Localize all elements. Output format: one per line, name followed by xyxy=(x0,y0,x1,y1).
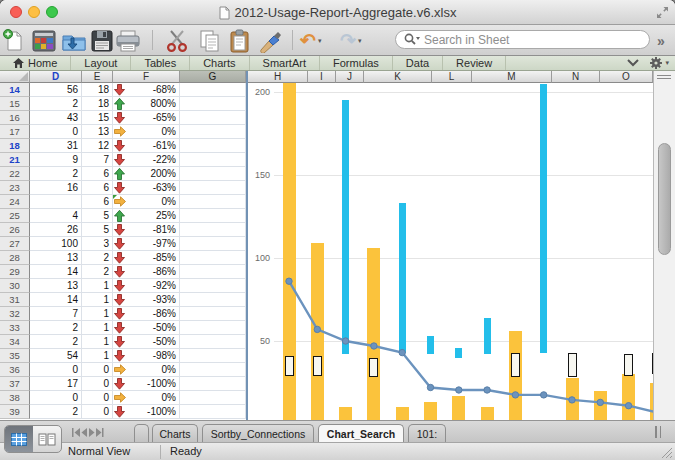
cell-g[interactable] xyxy=(180,265,246,279)
cell-d[interactable]: 54 xyxy=(30,349,82,363)
column-header-H[interactable]: H xyxy=(248,71,308,83)
column-header-D[interactable]: D xyxy=(30,71,82,83)
cell-f-percent[interactable]: -85% xyxy=(113,251,180,265)
cell-g[interactable] xyxy=(180,391,246,405)
cell-g[interactable] xyxy=(180,139,246,153)
cell-d[interactable]: 0 xyxy=(30,125,82,139)
cell-e[interactable]: 2 xyxy=(82,265,113,279)
cell-e[interactable]: 6 xyxy=(82,167,113,181)
ribbon-tab-review[interactable]: Review xyxy=(443,56,506,70)
cell-f-percent[interactable]: 800% xyxy=(113,97,180,111)
toolbar-overflow-icon[interactable]: » xyxy=(657,33,665,49)
row-header-16[interactable]: 16 xyxy=(0,111,30,125)
cell-g[interactable] xyxy=(180,223,246,237)
column-header-M[interactable]: M xyxy=(472,71,552,83)
normal-view-button[interactable] xyxy=(5,426,33,452)
cell-e[interactable]: 5 xyxy=(82,209,113,223)
cell-e[interactable]: 5 xyxy=(82,223,113,237)
vertical-split-handle-icon[interactable] xyxy=(657,75,671,79)
cell-f-percent[interactable]: -22% xyxy=(113,153,180,167)
cell-e[interactable]: 0 xyxy=(82,363,113,377)
cell-e[interactable]: 0 xyxy=(82,405,113,419)
cell-f-percent[interactable]: -97% xyxy=(113,237,180,251)
cell-d[interactable]: 7 xyxy=(30,307,82,321)
cell-f-percent[interactable]: 25% xyxy=(113,209,180,223)
page-layout-view-button[interactable] xyxy=(33,426,61,452)
ribbon-tab-layout[interactable]: Layout xyxy=(71,56,131,70)
undo-icon[interactable]: ↶▾ xyxy=(300,28,321,53)
cell-f-percent[interactable]: -50% xyxy=(113,335,180,349)
cell-g[interactable] xyxy=(180,125,246,139)
select-all-corner[interactable] xyxy=(0,71,30,83)
cell-f-percent[interactable]: -86% xyxy=(113,307,180,321)
row-header-31[interactable]: 31 xyxy=(0,293,30,307)
cell-g[interactable] xyxy=(180,363,246,377)
row-header-28[interactable]: 28 xyxy=(0,251,30,265)
row-header-35[interactable]: 35 xyxy=(0,349,30,363)
row-header-24[interactable]: 24 xyxy=(0,195,30,209)
cell-e[interactable]: 12 xyxy=(82,139,113,153)
cell-e[interactable]: 3 xyxy=(82,237,113,251)
cell-d[interactable]: 43 xyxy=(30,111,82,125)
cell-g[interactable] xyxy=(180,195,246,209)
row-header-33[interactable]: 33 xyxy=(0,321,30,335)
cell-d[interactable]: 2 xyxy=(30,321,82,335)
paste-icon[interactable] xyxy=(229,28,251,53)
row-header-23[interactable]: 23 xyxy=(0,181,30,195)
ribbon-collapse-icon[interactable] xyxy=(627,59,639,67)
embedded-chart[interactable]: 50100150200 xyxy=(248,83,653,420)
row-header-18[interactable]: 18 xyxy=(0,139,30,153)
cell-d[interactable]: 31 xyxy=(30,139,82,153)
column-header-F[interactable]: F xyxy=(113,71,180,83)
cell-e[interactable]: 1 xyxy=(82,335,113,349)
cell-e[interactable]: 7 xyxy=(82,153,113,167)
cell-e[interactable]: 18 xyxy=(82,83,113,97)
cell-g[interactable] xyxy=(180,377,246,391)
row-header-32[interactable]: 32 xyxy=(0,307,30,321)
cut-icon[interactable] xyxy=(166,28,188,53)
cell-d[interactable]: 2 xyxy=(30,167,82,181)
cell-g[interactable] xyxy=(180,97,246,111)
cell-g[interactable] xyxy=(180,153,246,167)
open-icon[interactable] xyxy=(62,28,86,53)
cell-g[interactable] xyxy=(180,83,246,97)
ribbon-settings-gear-icon[interactable]: ▾ xyxy=(649,56,669,70)
column-header-O[interactable]: O xyxy=(600,71,653,83)
row-header-37[interactable]: 37 xyxy=(0,377,30,391)
cell-e[interactable]: 15 xyxy=(82,111,113,125)
cell-d[interactable]: 9 xyxy=(30,153,82,167)
cell-g[interactable] xyxy=(180,405,246,419)
cell-g[interactable] xyxy=(180,251,246,265)
ribbon-tab-data[interactable]: Data xyxy=(393,56,443,70)
cell-g[interactable] xyxy=(180,181,246,195)
cell-f-percent[interactable]: -93% xyxy=(113,293,180,307)
cell-g[interactable] xyxy=(180,293,246,307)
cell-f-percent[interactable]: -86% xyxy=(113,265,180,279)
cell-d[interactable]: 16 xyxy=(30,181,82,195)
row-header-30[interactable]: 30 xyxy=(0,279,30,293)
ribbon-tab-smartart[interactable]: SmartArt xyxy=(250,56,320,70)
fullscreen-icon[interactable] xyxy=(656,6,669,19)
cell-e[interactable]: 13 xyxy=(82,125,113,139)
cell-g[interactable] xyxy=(180,321,246,335)
row-header-14[interactable]: 14 xyxy=(0,83,30,97)
cell-d[interactable]: 14 xyxy=(30,265,82,279)
ribbon-tab-tables[interactable]: Tables xyxy=(131,56,190,70)
sheet-tab-101-[interactable]: 101: xyxy=(408,424,446,442)
cell-e[interactable]: 2 xyxy=(82,251,113,265)
column-header-E[interactable]: E xyxy=(82,71,113,83)
cell-f-percent[interactable]: -100% xyxy=(113,377,180,391)
cell-f-percent[interactable]: 0% xyxy=(113,195,180,209)
cell-f-percent[interactable]: -61% xyxy=(113,139,180,153)
cell-d[interactable]: 56 xyxy=(30,83,82,97)
sheet-tab-chart-search[interactable]: Chart_Search xyxy=(318,424,404,442)
vertical-scrollbar[interactable] xyxy=(653,71,675,420)
cell-d[interactable]: 4 xyxy=(30,209,82,223)
cell-d[interactable]: 0 xyxy=(30,363,82,377)
cell-g[interactable] xyxy=(180,209,246,223)
cell-e[interactable]: 1 xyxy=(82,349,113,363)
column-header-J[interactable]: J xyxy=(336,71,364,83)
cell-d[interactable]: 0 xyxy=(30,391,82,405)
cell-g[interactable] xyxy=(180,111,246,125)
cell-e[interactable]: 1 xyxy=(82,293,113,307)
